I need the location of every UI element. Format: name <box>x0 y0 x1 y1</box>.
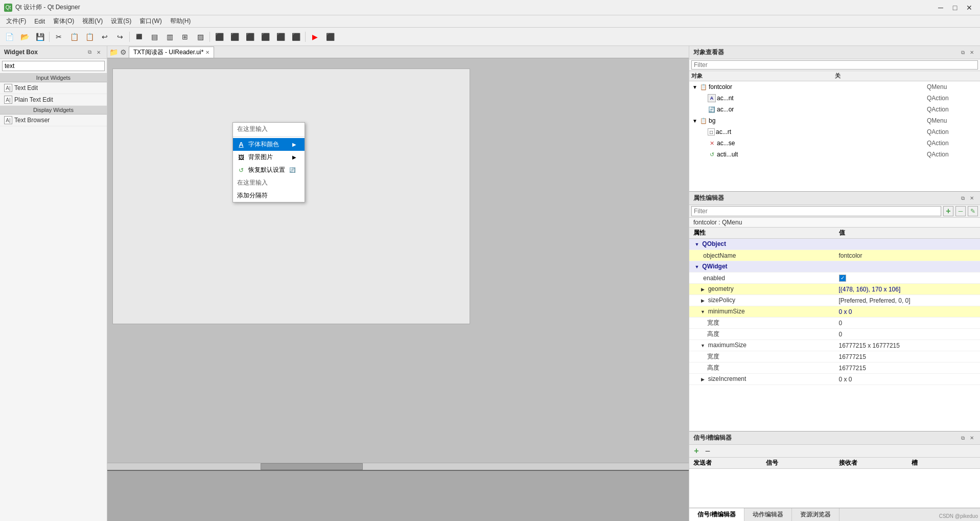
toolbar-save[interactable]: 💾 <box>33 30 47 44</box>
toolbar-cut[interactable]: ✂ <box>52 30 66 44</box>
widget-box-close-btn[interactable]: ✕ <box>95 48 103 56</box>
center-settings-btn[interactable]: ⚙ <box>120 48 127 56</box>
prop-category-qobject[interactable]: ▼ QObject <box>689 239 980 250</box>
ctx-font-color[interactable]: A 字体和颜色 ▶ <box>233 138 305 151</box>
prop-value-sizeincrement: 0 x 0 <box>835 376 981 383</box>
menu-form[interactable]: 窗体(O) <box>49 16 78 27</box>
prop-editor-float-btn[interactable]: ⧉ <box>959 194 967 202</box>
design-area[interactable]: 在这里输入 A 字体和颜色 ▶ 🖼 背景图片 ▶ ↺ 恢复默认设置 🔄 <box>107 58 689 470</box>
prop-editor-close-btn[interactable]: ✕ <box>968 194 976 202</box>
prop-category-qwidget[interactable]: ▼ QWidget <box>689 261 980 273</box>
toolbar-btn-b[interactable]: ⬛ <box>227 30 242 44</box>
prop-row-sizepolicy[interactable]: ▶ sizePolicy [Preferred, Preferred, 0, 0… <box>689 295 980 306</box>
menu-view[interactable]: 视图(V) <box>78 16 107 27</box>
signal-editor-close-btn[interactable]: ✕ <box>968 434 976 442</box>
prop-name-sizeincrement: ▶ sizeIncrement <box>689 375 835 383</box>
menu-edit[interactable]: Edit <box>30 17 49 26</box>
toolbar-btn-e[interactable]: ⬛ <box>273 30 288 44</box>
widget-item-text-browser[interactable]: A| Text Browser <box>0 115 107 126</box>
toolbar-btn-c[interactable]: ⬛ <box>243 30 257 44</box>
obj-row-acse[interactable]: ✕ ac...se QAction <box>689 138 980 149</box>
bottom-tab-action[interactable]: 动作编辑器 <box>744 508 792 521</box>
ctx-bg-image[interactable]: 🖼 背景图片 ▶ <box>233 151 305 164</box>
ctx-restore-default[interactable]: ↺ 恢复默认设置 🔄 <box>233 164 305 176</box>
obj-inspector-float-btn[interactable]: ⧉ <box>959 49 967 57</box>
prop-add-btn[interactable]: + <box>943 206 953 216</box>
widget-item-text-edit[interactable]: A| Text Edit <box>0 82 107 94</box>
toolbar-copy[interactable]: 📋 <box>67 30 81 44</box>
bottom-tab-signal[interactable]: 信号/槽编辑器 <box>689 508 744 521</box>
obj-inspector-close-btn[interactable]: ✕ <box>968 49 976 57</box>
enabled-checkbox[interactable]: ✓ <box>839 275 846 282</box>
prop-remove-btn[interactable]: ─ <box>955 206 966 216</box>
obj-row-actiult[interactable]: ↺ acti...ult QAction <box>689 149 980 160</box>
scrollbar-thumb[interactable] <box>261 463 363 470</box>
horizontal-scrollbar[interactable] <box>107 463 689 470</box>
prop-expand-maximumsize[interactable]: ▼ <box>699 342 706 349</box>
toolbar-open[interactable]: 📂 <box>17 30 32 44</box>
toolbar-layout-f[interactable]: ▨ <box>193 30 207 44</box>
prop-expand-qwidget[interactable]: ▼ <box>693 263 701 270</box>
prop-row-geometry[interactable]: ▶ geometry [(478, 160), 170 x 106] <box>689 284 980 295</box>
obj-row-bg[interactable]: ▼ 📋 bg QMenu <box>689 115 980 126</box>
obj-row-acrt[interactable]: □ ac...rt QAction <box>689 126 980 138</box>
prop-row-minheight[interactable]: 高度 0 <box>689 329 980 340</box>
ctx-add-sep[interactable]: 添加分隔符 <box>233 189 305 202</box>
prop-row-minimumsize[interactable]: ▼ minimumSize 0 x 0 <box>689 306 980 318</box>
menu-file[interactable]: 文件(F) <box>2 16 30 27</box>
toolbar-run[interactable]: ▶ <box>308 30 322 44</box>
prop-filter-input[interactable] <box>691 206 941 216</box>
center-tab-main[interactable]: TXT阅读器 - UIReader.ui* ✕ <box>129 47 214 58</box>
toolbar-layout-h[interactable]: ▤ <box>147 30 161 44</box>
center-back-btn[interactable]: 📁 <box>109 48 118 56</box>
toolbar-paste[interactable]: 📋 <box>82 30 97 44</box>
toolbar-layout-g[interactable]: ⊞ <box>178 30 192 44</box>
menu-window[interactable]: 窗口(W) <box>135 16 166 27</box>
toolbar-new[interactable]: 📄 <box>2 30 16 44</box>
signal-remove-btn[interactable]: ─ <box>703 446 713 456</box>
center-tab-close[interactable]: ✕ <box>205 50 209 55</box>
widget-box-search-input[interactable] <box>2 61 105 71</box>
menu-settings[interactable]: 设置(S) <box>107 16 135 27</box>
toolbar-redo[interactable]: ↪ <box>113 30 127 44</box>
obj-expand-actiult <box>699 151 707 158</box>
minimize-button[interactable]: ─ <box>934 3 947 13</box>
prop-row-maxheight[interactable]: 高度 16777215 <box>689 363 980 374</box>
ctx-input-here[interactable]: 在这里输入 <box>233 176 305 189</box>
signal-add-btn[interactable]: + <box>691 446 702 456</box>
toolbar-stop[interactable]: ⬛ <box>323 30 337 44</box>
prop-expand-minimumsize[interactable]: ▼ <box>699 308 706 315</box>
prop-expand-sizepolicy[interactable]: ▶ <box>699 297 706 304</box>
obj-expand-acnt <box>699 95 707 102</box>
signal-editor-float-btn[interactable]: ⧉ <box>959 434 967 442</box>
bottom-tab-resource[interactable]: 资源浏览器 <box>792 508 839 521</box>
widget-box-float-btn[interactable]: ⧉ <box>85 48 94 56</box>
toolbar-btn-a[interactable]: ⬛ <box>212 30 226 44</box>
obj-expand-fontcolor[interactable]: ▼ <box>691 83 698 90</box>
toolbar-widget-editor[interactable]: ⬛ <box>132 30 146 44</box>
obj-row-acnt[interactable]: A ac...nt QAction <box>689 93 980 104</box>
prop-expand-sizeincrement[interactable]: ▶ <box>699 376 706 383</box>
obj-row-acor[interactable]: 🔄 ac...or QAction <box>689 104 980 115</box>
close-button[interactable]: ✕ <box>963 3 976 13</box>
obj-expand-bg[interactable]: ▼ <box>691 117 698 124</box>
prop-row-enabled[interactable]: enabled ✓ <box>689 273 980 284</box>
obj-filter-input[interactable] <box>691 60 978 70</box>
maximize-button[interactable]: □ <box>948 3 962 13</box>
obj-row-fontcolor[interactable]: ▼ 📋 fontcolor QMenu <box>689 81 980 93</box>
widget-item-plain-text-edit[interactable]: A| Plain Text Edit <box>0 94 107 106</box>
prop-row-maximumsize[interactable]: ▼ maximumSize 16777215 x 16777215 <box>689 340 980 351</box>
prop-expand-qobject[interactable]: ▼ <box>693 241 701 248</box>
toolbar-undo[interactable]: ↩ <box>98 30 112 44</box>
prop-expand-geometry[interactable]: ▶ <box>699 286 706 293</box>
toolbar-btn-d[interactable]: ⬛ <box>258 30 272 44</box>
prop-value-enabled: ✓ <box>835 275 981 282</box>
prop-row-maxwidth[interactable]: 宽度 16777215 <box>689 351 980 363</box>
toolbar-layout-v[interactable]: ▥ <box>162 30 177 44</box>
prop-row-minwidth[interactable]: 宽度 0 <box>689 318 980 329</box>
toolbar-btn-f[interactable]: ⬛ <box>289 30 303 44</box>
menu-help[interactable]: 帮助(H) <box>166 16 195 27</box>
prop-edit-btn[interactable]: ✎ <box>968 206 978 216</box>
prop-row-sizeincrement[interactable]: ▶ sizeIncrement 0 x 0 <box>689 374 980 385</box>
prop-row-objectname[interactable]: objectName fontcolor <box>689 250 980 261</box>
